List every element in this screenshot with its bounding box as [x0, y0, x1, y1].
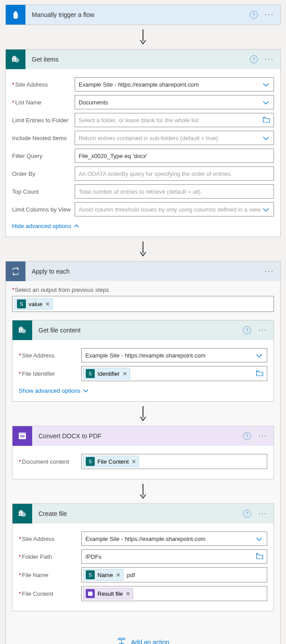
sharepoint-icon: S: [13, 504, 32, 524]
filter-label: Filter Query: [12, 153, 75, 159]
remove-token-icon[interactable]: ✕: [131, 458, 136, 465]
topcount-label: Top Count: [12, 188, 75, 195]
help-icon[interactable]: ?: [243, 326, 251, 334]
remove-token-icon[interactable]: ✕: [126, 590, 130, 597]
create-file-card: S Create file ? ··· *Site Address Exampl…: [12, 503, 274, 611]
folder-icon[interactable]: [256, 553, 263, 561]
sharepoint-icon: S: [13, 320, 32, 340]
list-name-label: *List Name: [12, 99, 75, 106]
connector-arrow: [5, 25, 281, 49]
filter-input[interactable]: File_x0020_Type eq 'docx': [75, 149, 274, 163]
svg-rect-15: [20, 436, 25, 437]
connector-arrow: [12, 402, 274, 426]
convert-card: Convert DOCX to PDF ? ··· *Document cont…: [12, 426, 274, 479]
file-content-token[interactable]: SFile Content✕: [83, 456, 139, 467]
svg-rect-23: [118, 638, 125, 640]
add-action-button[interactable]: Add an action: [12, 629, 274, 644]
site-address-label: *Site Address: [19, 536, 81, 542]
create-file-title: Create file: [32, 510, 243, 517]
trigger-title: Manually trigger a flow: [25, 11, 250, 18]
svg-rect-21: [88, 592, 93, 596]
pdf-suffix-text: .pdf: [126, 572, 135, 578]
result-file-token[interactable]: Result file✕: [83, 588, 133, 599]
loop-icon: [6, 262, 25, 281]
site-address-input[interactable]: Example Site - https://example.sharepoin…: [81, 348, 267, 362]
folder-path-label: *Folder Path: [19, 553, 81, 560]
doc-content-input[interactable]: SFile Content✕: [81, 454, 267, 469]
folder-icon[interactable]: [263, 116, 270, 124]
get-file-content-title: Get file content: [32, 327, 243, 334]
file-name-input[interactable]: SName✕ .pdf: [81, 567, 267, 582]
svg-text:S: S: [20, 513, 21, 515]
more-icon[interactable]: ···: [263, 10, 276, 19]
orderby-label: Order By: [12, 170, 75, 177]
chevron-down-icon: [256, 352, 262, 359]
help-icon[interactable]: ?: [243, 510, 251, 518]
hide-advanced-link[interactable]: Hide advanced options: [12, 220, 79, 230]
trigger-card[interactable]: Manually trigger a flow ? ···: [5, 4, 281, 25]
create-file-header[interactable]: S Create file ? ···: [13, 504, 273, 524]
connector-arrow: [12, 479, 274, 503]
more-icon[interactable]: ···: [257, 432, 269, 440]
file-content-label: *File Content: [19, 590, 81, 597]
chevron-down-icon: [263, 81, 269, 88]
site-address-input[interactable]: Example Site - https://example.sharepoin…: [75, 77, 274, 91]
svg-point-0: [15, 12, 17, 14]
topcount-input[interactable]: Total number of entries to retrieve (def…: [75, 184, 274, 199]
svg-text:S: S: [20, 329, 21, 332]
trigger-icon: [6, 5, 25, 25]
name-token[interactable]: SName✕: [83, 569, 123, 581]
get-items-card: S Get items ? ··· *Site Address Example …: [5, 49, 281, 237]
apply-to-each-header[interactable]: Apply to each ···: [6, 262, 280, 281]
svg-rect-22: [88, 591, 93, 593]
chevron-down-icon: [263, 135, 269, 141]
orderby-input[interactable]: An ODATA orderBy query for specifying th…: [75, 166, 274, 181]
limitcols-input[interactable]: Avoid column threshold issues by only us…: [75, 202, 274, 216]
add-action-icon: [117, 637, 126, 644]
svg-rect-13: [19, 432, 26, 434]
sharepoint-icon: S: [6, 50, 25, 69]
remove-token-icon[interactable]: ✕: [122, 370, 127, 377]
svg-rect-14: [20, 435, 25, 436]
get-items-header[interactable]: S Get items ? ···: [6, 50, 280, 69]
wordpress-icon: [13, 426, 32, 446]
nested-label: Include Nested Items: [12, 135, 75, 141]
more-icon[interactable]: ···: [257, 509, 269, 518]
site-address-label: *Site Address: [12, 81, 75, 88]
doc-content-label: *Document content: [19, 458, 81, 465]
convert-header[interactable]: Convert DOCX to PDF ? ···: [13, 426, 273, 446]
file-content-input[interactable]: Result file✕: [81, 586, 267, 601]
limit-folder-input[interactable]: Select a folder, or leave blank for the …: [75, 113, 274, 127]
file-name-label: *File Name: [19, 572, 81, 578]
help-icon[interactable]: ?: [250, 55, 258, 63]
chevron-down-icon: [256, 536, 262, 542]
limit-folder-label: Limit Entries to Folder: [12, 117, 75, 124]
get-file-content-header[interactable]: S Get file content ? ···: [13, 320, 273, 340]
apply-to-each-card: Apply to each ··· *Select an output from…: [5, 261, 281, 644]
select-output-input[interactable]: Svalue✕: [12, 296, 274, 312]
svg-text:S: S: [13, 58, 15, 61]
folder-path-input[interactable]: /PDFs: [81, 549, 267, 564]
convert-title: Convert DOCX to PDF: [32, 432, 243, 440]
identifier-token[interactable]: SIdentifier✕: [83, 368, 130, 379]
chevron-down-icon: [263, 99, 269, 106]
file-id-label: *File Identifier: [19, 370, 81, 377]
more-icon[interactable]: ···: [263, 267, 276, 276]
get-items-title: Get items: [25, 56, 250, 63]
remove-token-icon[interactable]: ✕: [116, 572, 121, 578]
more-icon[interactable]: ···: [257, 326, 269, 335]
show-advanced-link[interactable]: Show advanced options: [19, 385, 88, 395]
help-icon[interactable]: ?: [243, 432, 251, 440]
apply-to-each-title: Apply to each: [25, 268, 263, 275]
list-name-input[interactable]: Documents: [75, 95, 274, 109]
help-icon[interactable]: ?: [250, 11, 258, 19]
limitcols-label: Limit Columns by View: [12, 206, 75, 213]
site-address-input[interactable]: Example Site - https://example.sharepoin…: [81, 532, 267, 546]
more-icon[interactable]: ···: [263, 55, 276, 64]
value-token[interactable]: Svalue✕: [14, 298, 53, 310]
select-output-label: *Select an output from previous steps: [12, 287, 274, 293]
folder-icon[interactable]: [256, 370, 263, 378]
remove-token-icon[interactable]: ✕: [45, 301, 50, 307]
nested-input[interactable]: Return entries contained in sub-folders …: [75, 131, 274, 145]
file-id-input[interactable]: SIdentifier✕: [81, 366, 267, 381]
